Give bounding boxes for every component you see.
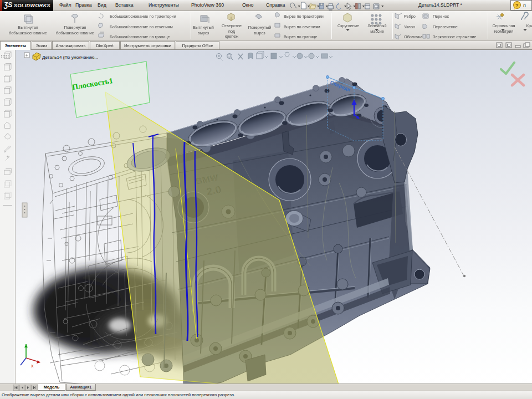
svg-text:п: п: [523, 3, 526, 8]
svg-text:?: ?: [515, 3, 519, 8]
svg-text:x: x: [31, 363, 34, 369]
svg-text:Деталь14 (По умолчанию...: Деталь14 (По умолчанию...: [42, 55, 98, 60]
